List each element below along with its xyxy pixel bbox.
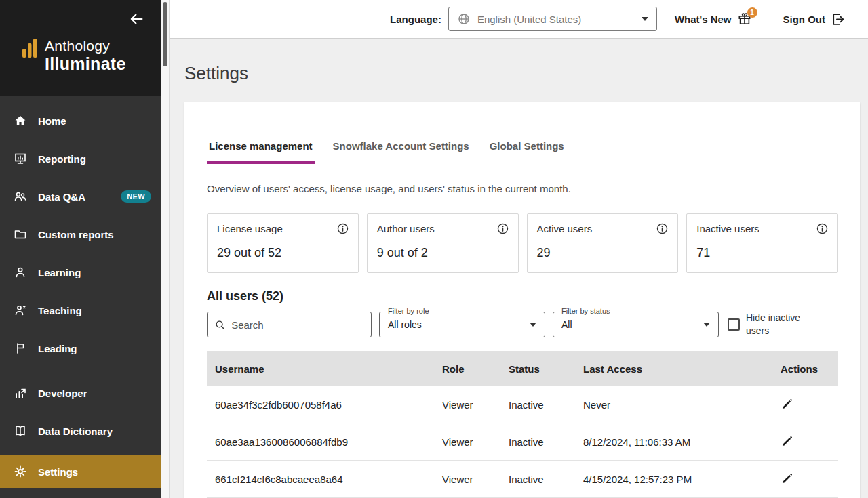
cell-username: 60ae34f3c2fdb6007058f4a6 <box>207 399 442 411</box>
all-users-heading: All users (52) <box>207 289 838 304</box>
sign-out-button[interactable]: Sign Out <box>783 12 846 26</box>
teaching-person-icon <box>13 304 28 317</box>
book-icon <box>13 424 28 438</box>
info-icon[interactable] <box>816 223 828 234</box>
filter-by-status-label: Filter by status <box>559 307 613 315</box>
whats-new-button[interactable]: What's New 1 <box>675 12 752 26</box>
tab-global-settings[interactable]: Global Settings <box>488 140 566 164</box>
column-header-role: Role <box>442 363 509 375</box>
sidebar-item-data-qa[interactable]: Data Q&A NEW <box>0 178 161 215</box>
leading-flag-icon <box>13 341 28 355</box>
filter-by-role-value: All roles <box>388 319 422 330</box>
new-badge: NEW <box>121 190 151 203</box>
edit-user-button[interactable] <box>781 435 818 449</box>
brand-logo-icon <box>22 38 38 58</box>
tabs: License management Snowflake Account Set… <box>207 140 838 164</box>
stat-label: Inactive users <box>696 223 760 234</box>
chevron-down-icon <box>530 323 536 327</box>
stat-card-inactive-users: Inactive users 71 <box>686 213 838 273</box>
sidebar-item-label: Settings <box>38 466 78 478</box>
sidebar-item-teaching[interactable]: Teaching <box>0 291 161 329</box>
info-icon[interactable] <box>497 223 509 234</box>
reporting-icon <box>13 152 28 165</box>
overview-text: Overview of users' access, license usage… <box>207 183 838 194</box>
tab-license-management[interactable]: License management <box>207 140 315 164</box>
cell-last-access: 4/15/2024, 12:57:23 PM <box>583 474 774 485</box>
settings-card: License management Snowflake Account Set… <box>184 102 860 498</box>
gear-icon <box>13 465 28 478</box>
cell-username: 661cf214cf6c8abcaeea8a64 <box>207 474 442 485</box>
cell-role: Viewer <box>442 399 509 411</box>
stat-label: Author users <box>377 223 435 234</box>
page-scrollbar[interactable] <box>161 0 170 498</box>
topbar: Language: English (United States) What's… <box>170 0 868 39</box>
sidebar-item-label: Home <box>38 115 66 127</box>
pencil-icon <box>781 472 793 484</box>
sidebar-nav: Home Reporting Data Q&A NEW Custom repor… <box>0 96 161 488</box>
sidebar-item-leading[interactable]: Leading <box>0 329 161 367</box>
language-value: English (United States) <box>477 14 581 25</box>
home-icon <box>13 114 28 127</box>
data-qa-icon <box>13 190 28 203</box>
table-header-row: Username Role Status Last Access Actions <box>207 351 838 386</box>
sidebar-item-label: Leading <box>38 343 77 354</box>
filter-by-status-select[interactable]: Filter by status All <box>553 312 719 337</box>
back-arrow-icon <box>128 11 144 27</box>
stat-value: 71 <box>696 246 828 260</box>
stat-label: Active users <box>537 223 593 234</box>
scrollbar-thumb[interactable] <box>163 2 167 66</box>
filter-by-role-label: Filter by role <box>385 307 432 315</box>
cell-status: Inactive <box>509 399 583 411</box>
edit-user-button[interactable] <box>781 398 818 412</box>
hide-inactive-users-checkbox[interactable] <box>728 318 740 331</box>
cell-username: 60ae3aa1360086006884fdb9 <box>207 436 442 448</box>
tab-snowflake-account-settings[interactable]: Snowflake Account Settings <box>331 140 471 164</box>
folder-icon <box>13 228 28 241</box>
collapse-sidebar-button[interactable] <box>128 11 144 29</box>
cell-last-access: Never <box>583 399 774 411</box>
brand: Anthology Illuminate <box>22 38 126 74</box>
sidebar-item-label: Learning <box>38 267 81 278</box>
table-row: 661cf214cf6c8abcaeea8a64 Viewer Inactive… <box>207 461 838 498</box>
globe-icon <box>457 12 471 26</box>
sidebar-item-label: Teaching <box>38 305 82 316</box>
cell-role: Viewer <box>442 474 509 485</box>
column-header-status: Status <box>509 363 583 375</box>
pencil-icon <box>781 398 793 410</box>
sidebar-item-label: Developer <box>38 388 87 399</box>
search-input[interactable] <box>231 319 363 331</box>
language-select[interactable]: English (United States) <box>448 7 657 31</box>
sidebar-item-data-dictionary[interactable]: Data Dictionary <box>0 412 161 450</box>
filter-by-role-select[interactable]: Filter by role All roles <box>379 312 545 337</box>
learning-person-icon <box>13 266 28 279</box>
cell-role: Viewer <box>442 436 509 448</box>
stat-value: 29 out of 52 <box>217 246 349 260</box>
notification-badge: 1 <box>747 7 757 18</box>
table-row: 60ae34f3c2fdb6007058f4a6 Viewer Inactive… <box>207 386 838 423</box>
sidebar-item-custom-reports[interactable]: Custom reports <box>0 215 161 253</box>
stat-card-author-users: Author users 9 out of 2 <box>367 213 519 273</box>
sidebar-item-settings[interactable]: Settings <box>0 455 161 488</box>
column-header-actions: Actions <box>774 363 838 375</box>
sidebar-item-reporting[interactable]: Reporting <box>0 140 161 178</box>
stat-cards: License usage 29 out of 52 Author users … <box>207 213 838 273</box>
sidebar-item-label: Custom reports <box>38 229 114 241</box>
filter-row: Filter by role All roles Filter by statu… <box>207 312 838 337</box>
search-box <box>207 312 372 337</box>
sidebar-item-learning[interactable]: Learning <box>0 253 161 291</box>
info-icon[interactable] <box>656 223 668 234</box>
info-icon[interactable] <box>337 223 349 234</box>
users-table: Username Role Status Last Access Actions… <box>207 351 838 498</box>
cell-last-access: 8/12/2024, 11:06:33 AM <box>583 436 774 448</box>
cell-status: Inactive <box>509 436 583 448</box>
sidebar-item-developer[interactable]: Developer <box>0 374 161 412</box>
main-content: Settings License management Snowflake Ac… <box>170 39 868 498</box>
brand-text: Anthology Illuminate <box>45 38 126 74</box>
edit-user-button[interactable] <box>781 472 818 486</box>
stat-value: 9 out of 2 <box>377 246 509 260</box>
sidebar-item-home[interactable]: Home <box>0 102 161 140</box>
sign-out-icon <box>831 12 845 26</box>
search-icon <box>215 319 225 331</box>
whats-new-label: What's New <box>675 14 732 25</box>
stat-card-active-users: Active users 29 <box>527 213 679 273</box>
